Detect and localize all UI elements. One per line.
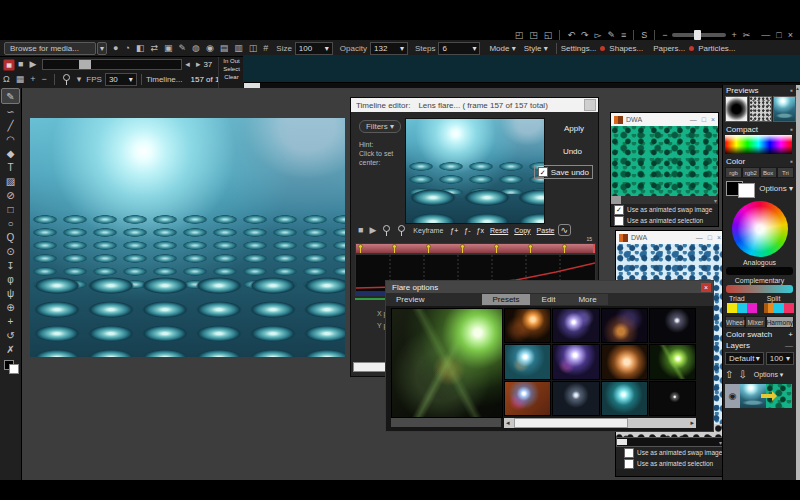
image-preview-thumb[interactable] [773,96,796,122]
tab-presets[interactable]: Presets [482,294,529,305]
color-wheel[interactable] [732,201,788,257]
brush-target-icon[interactable]: ◉ [206,44,214,53]
color-tab-box[interactable]: Box [760,167,777,178]
color-options-dropdown[interactable]: Options ▾ [759,184,793,193]
color-collapse-icon[interactable]: ▪ [790,157,793,166]
flare-preset-thumb[interactable] [649,308,696,343]
tab-mixer[interactable]: Mixer [745,316,765,328]
fps-value[interactable]: 30▾ [105,73,137,86]
audio-icon[interactable]: Ω [3,75,10,84]
clear-button[interactable]: Clear [219,73,244,81]
zoom-in-icon[interactable]: + [731,31,736,40]
wave-button[interactable]: ∿ [558,224,572,236]
dwa2-swap-checkbox[interactable]: Use as animated swap image [616,447,724,458]
kf-play-icon[interactable]: ▶ [369,226,376,235]
layers-collapse-icon[interactable]: — [785,341,793,350]
frame-slider[interactable] [42,59,182,70]
rotate-right-icon[interactable]: ◳ [529,31,538,40]
tool-picker[interactable]: ⊙ [2,244,19,258]
dwa1-texture-preview[interactable] [611,126,718,196]
dwa1-close-icon[interactable]: × [711,116,715,123]
frame-slider-thumb[interactable] [79,60,91,69]
compact-collapse-icon[interactable]: ▪ [790,125,793,134]
copy-link[interactable]: Copy [514,227,530,234]
rotate-left-icon[interactable]: ◰ [515,31,524,40]
layer-up-icon[interactable]: ⇧ [725,369,733,380]
dwa1-scrollbar[interactable]: ▾ [611,196,718,204]
save-undo-checkbox[interactable]: ✓ Save undo [534,165,593,179]
flare-preset-thumb[interactable] [601,344,648,379]
redo-icon[interactable]: ↷ [581,31,589,40]
keyframe-add-button[interactable]: ƒ+ [450,227,458,234]
brush-texture-icon[interactable]: ◍ [192,44,200,53]
currency-icon[interactable]: S [641,31,647,40]
particles-button[interactable]: Particles... [698,44,735,53]
zoom-slider[interactable] [672,33,726,37]
tool-rect[interactable]: □ [2,202,19,216]
flare-large-preview[interactable] [391,308,503,418]
flare-close-icon[interactable]: × [701,283,711,292]
tab-harmony[interactable]: Harmony [766,316,794,328]
tool-key-b[interactable]: ψ [2,286,19,300]
timeline-button[interactable]: Timeline... [146,75,183,84]
tool-curve[interactable]: ◠ [2,132,19,146]
mode-dropdown[interactable]: Mode ▾ [489,44,515,53]
tab-edit[interactable]: Edit [530,294,568,305]
keyframe-remove-button[interactable]: ƒ- [464,227,470,234]
paste-link[interactable]: Paste [537,227,555,234]
flare-preset-thumb[interactable] [552,344,599,379]
dwa1-titlebar[interactable]: DWA — □ × [611,113,718,126]
brush-stamp-icon[interactable]: ◔ [124,44,129,53]
previews-collapse-icon[interactable]: ▪ [790,86,793,95]
in-button[interactable]: In [223,58,228,64]
pin-dropdown[interactable]: ▾ [77,75,82,84]
next-frame-icon[interactable]: ▸ [196,60,201,69]
dwa2-maximize-icon[interactable]: □ [708,234,712,241]
tool-ellipse[interactable]: ○ [2,216,19,230]
brush-pencil-icon[interactable]: ✎ [178,44,186,53]
tool-delete[interactable]: ✗ [2,342,19,356]
tool-rect-filled[interactable]: ▨ [2,174,19,188]
dwa2-scrollbar[interactable]: ▾ [616,437,724,447]
flare-preset-thumb[interactable] [504,344,551,379]
add-frame-icon[interactable]: + [30,75,35,84]
dwa1-swap-checkbox[interactable]: ✓ Use as animated swap image [611,204,718,215]
analogous-bar[interactable] [726,267,793,275]
kf-stop-icon[interactable]: ■ [358,226,363,235]
apply-button[interactable]: Apply [564,124,584,133]
color-tab-tri[interactable]: Tri [777,167,794,178]
tool-add[interactable]: + [2,314,19,328]
flare-preset-thumb[interactable] [601,381,648,416]
list-icon[interactable]: ≡ [621,31,626,40]
brush-dot-icon[interactable]: ● [113,44,118,53]
stop-icon[interactable]: ■ [18,60,23,69]
flare-scroll-thumb[interactable] [514,418,628,428]
flare-scroll-left-icon[interactable]: ◂ [506,419,510,427]
layer-visibility-eye-icon[interactable]: ◉ [725,384,740,408]
record-button[interactable]: ▦ [3,59,15,71]
layer-row[interactable]: ◉ [725,384,796,408]
filters-dropdown[interactable]: Filters ▾ [359,120,401,133]
flare-scroll-right-icon[interactable]: ▸ [690,419,694,427]
brush-mesh-icon[interactable]: # [263,44,268,53]
blend-mode-dropdown[interactable]: Default▾ [725,352,764,365]
layer-opacity-dropdown[interactable]: 100▾ [766,352,794,365]
brush-grid-icon[interactable]: ▥ [234,44,243,53]
opacity-value[interactable]: 132▾ [370,42,408,55]
secondary-color-swatch[interactable] [738,183,755,198]
dwa2-titlebar[interactable]: DWA — □ × [616,231,724,244]
papers-button[interactable]: Papers... [653,44,685,53]
dwa2-minimize-icon[interactable]: — [696,234,703,241]
brush-mask-icon[interactable]: ◧ [136,44,145,53]
tool-zoom[interactable]: Q [2,230,19,244]
keyframe-clear-button[interactable]: ƒx [477,227,484,234]
pen-settings-icon[interactable]: ✎ [607,31,615,40]
filmstrip-icon[interactable]: ▦ [16,75,25,84]
tool-ellipse-filled[interactable]: ⊘ [2,188,19,202]
undo-icon[interactable]: ↶ [567,31,575,40]
tool-lasso[interactable]: ∽ [2,104,19,118]
flare-preset-thumb[interactable] [649,381,696,416]
compact-color-strip[interactable] [725,135,792,154]
tool-pen[interactable]: ✎ [1,88,20,104]
settings-button[interactable]: Settings... [561,44,597,53]
